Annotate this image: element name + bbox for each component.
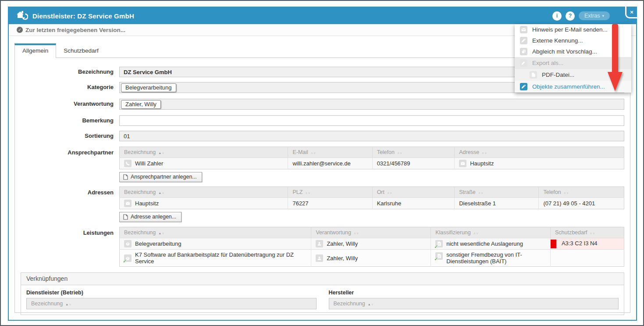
sort-asc-icon: ▲∨: [158, 191, 164, 194]
service-provider-home-icon: [17, 11, 28, 21]
tab-schutzbedarf[interactable]: Schutzbedarf: [56, 44, 106, 58]
col-strasse[interactable]: Straße∧∨: [455, 187, 539, 198]
table-row[interactable]: Hauptsitz 76227 Karlsruhe Dieselstraße 1…: [120, 198, 624, 209]
classification-doc-icon: ✓: [435, 240, 443, 247]
chevron-down-icon: ▾: [602, 14, 604, 18]
new-document-icon: [123, 174, 128, 180]
check-badge-icon: ✓: [123, 258, 127, 264]
cell-adresse: Hauptsitz: [470, 160, 494, 167]
copy-icon: [520, 48, 527, 55]
bezeichnung-label: Bezeichnung: [21, 67, 119, 75]
menu-item-export-als[interactable]: Export als...: [515, 57, 631, 69]
pdf-icon: [530, 71, 537, 79]
extras-button[interactable]: Extras ▾: [579, 11, 610, 20]
leistungen-table: Bezeichnung▲∨ Verantwortung∧∨ Klassifizi…: [119, 227, 624, 267]
cell-bezeichnung: K7 Software auf Bankarbeitsplatz für Dat…: [135, 251, 306, 265]
menu-item-objekte-zusammenfuehren[interactable]: Objekte zusammenführen...: [515, 81, 631, 93]
verantwortung-label: Verantwortung: [21, 99, 119, 107]
table-row[interactable]: ✓K7 Software auf Bankarbeitsplatz für Da…: [120, 250, 624, 267]
cell-schutzbedarf: [550, 250, 624, 267]
menu-item-hinweis-email[interactable]: Hinweis per E-Mail senden...: [515, 24, 631, 35]
export-icon: [520, 59, 527, 67]
help-button[interactable]: ?: [566, 11, 575, 21]
col-schutzbedarf[interactable]: Schutzbedarf∧∨: [550, 227, 624, 238]
envelope-icon: [520, 26, 527, 33]
verantwortung-chip[interactable]: Zahler, Willy: [121, 100, 161, 109]
edit-icon: [520, 37, 527, 44]
table-row[interactable]: Belegverarbeitung Zahler, Willy ✓nicht w…: [120, 238, 624, 250]
sortierung-label: Sortierung: [21, 131, 119, 139]
close-button[interactable]: ×: [625, 7, 637, 18]
ansprechpartner-anlegen-button[interactable]: Ansprechpartner anlegen...: [119, 172, 202, 182]
col-adresse[interactable]: Adresse∧∨: [455, 147, 624, 158]
sort-icon: ∧∨: [482, 151, 487, 154]
service-gear-icon: ✓: [124, 254, 132, 262]
sort-asc-icon: ▲∨: [158, 232, 164, 235]
verantwortung-field[interactable]: Zahler, Willy: [119, 99, 624, 110]
address-icon: [124, 200, 132, 207]
version-check-icon: ✓: [17, 27, 23, 33]
hersteller-label: Hersteller: [329, 290, 619, 296]
sort-icon: ∧∨: [473, 232, 479, 235]
cell-bezeichnung: Hauptsitz: [135, 200, 159, 207]
new-document-icon: [123, 214, 128, 220]
table-row[interactable]: Willi Zahler willi.zahler@service.de 032…: [120, 158, 624, 169]
col-bezeichnung[interactable]: Bezeichnung▲∨: [120, 147, 288, 158]
ansprechpartner-label: Ansprechpartner: [21, 147, 119, 156]
cell-verantwortung: Zahler, Willy: [327, 255, 358, 262]
risk-flag-icon: [551, 240, 556, 248]
col-klassifizierung[interactable]: Klassifizierung∧∨: [431, 227, 551, 238]
bemerkung-label: Bemerkung: [21, 115, 119, 124]
bemerkung-field[interactable]: [119, 115, 624, 126]
person-icon: [316, 254, 323, 262]
info-button[interactable]: i: [552, 11, 562, 21]
merge-edit-icon: [520, 83, 527, 90]
menu-item-pdf-datei[interactable]: PDF-Datei...: [515, 69, 631, 81]
cell-schutzbedarf: A3:3 C2 I3 N4: [550, 238, 624, 250]
menu-item-externe-kennung[interactable]: Externe Kennung...: [515, 35, 631, 46]
tab-allgemein[interactable]: Allgemein: [14, 43, 56, 58]
cell-telefon: (07 21) 49 05 - 4201: [539, 198, 624, 209]
sort-asc-icon: ▲∨: [368, 303, 374, 306]
cell-ort: Karlsruhe: [372, 198, 455, 209]
cell-plz: 76227: [288, 198, 372, 209]
col-telefon[interactable]: Telefon∧∨: [539, 187, 624, 198]
sort-icon: ∧∨: [590, 232, 595, 235]
col-email[interactable]: E-Mail∧∨: [288, 147, 372, 158]
cell-verantwortung: Zahler, Willy: [327, 240, 358, 247]
last-released-version-link[interactable]: Zur letzten freigegebenen Version...: [25, 27, 125, 33]
sort-asc-icon: ▲∨: [65, 303, 71, 306]
cell-telefon: 0321/456789: [372, 158, 455, 169]
sort-icon: ∧∨: [397, 151, 402, 154]
kategorie-chip[interactable]: Belegverarbeitung: [121, 83, 176, 92]
col-telefon[interactable]: Telefon∧∨: [372, 147, 455, 158]
check-badge-icon: ✓: [434, 244, 438, 250]
sort-icon: ∧∨: [311, 151, 316, 154]
col-bezeichnung[interactable]: Bezeichnung▲∨: [120, 187, 288, 198]
adresse-anlegen-button[interactable]: Adresse anlegen...: [119, 212, 181, 222]
contact-phone-icon: [124, 160, 132, 167]
cell-strasse: Dieselstraße 1: [455, 198, 539, 209]
sortierung-field[interactable]: [119, 131, 624, 141]
col-bezeichnung[interactable]: Bezeichnung▲∨: [120, 227, 311, 238]
menu-item-abgleich-vorschlag[interactable]: Abgleich mit Vorschlag...: [515, 46, 631, 57]
hersteller-table-header[interactable]: Bezeichnung▲∨: [329, 298, 619, 309]
ansprechpartner-table: Bezeichnung▲∨ E-Mail∧∨ Telefon∧∨ Adresse…: [119, 147, 624, 169]
person-icon: [316, 240, 323, 247]
cell-klassifizierung: sonstiger Fremdbezug von IT-Dienstleistu…: [446, 251, 546, 265]
leistungen-label: Leistungen: [21, 227, 119, 236]
classification-doc-icon: ✓: [435, 252, 443, 260]
window-title: Dienstleister: DZ Service GmbH: [32, 12, 552, 20]
sort-icon: ∧∨: [305, 191, 310, 194]
cell-bezeichnung: Willi Zahler: [135, 160, 163, 167]
col-plz[interactable]: PLZ∧∨: [288, 187, 372, 198]
cell-klassifizierung: nicht wesentliche Auslagerung: [446, 240, 523, 247]
col-ort[interactable]: Ort∧∨: [372, 187, 455, 198]
sort-icon: ∧∨: [387, 191, 392, 194]
tab-content-panel: Bezeichnung Kategorie Belegverarbeitung …: [14, 57, 630, 313]
dienstleister-betrieb-table-header[interactable]: Bezeichnung▲∨: [26, 298, 317, 309]
extras-dropdown-menu: Hinweis per E-Mail senden... Externe Ken…: [515, 24, 631, 93]
service-gear-icon: [124, 240, 132, 247]
col-verantwortung[interactable]: Verantwortung∧∨: [311, 227, 431, 238]
cell-bezeichnung: Belegverarbeitung: [135, 240, 181, 247]
